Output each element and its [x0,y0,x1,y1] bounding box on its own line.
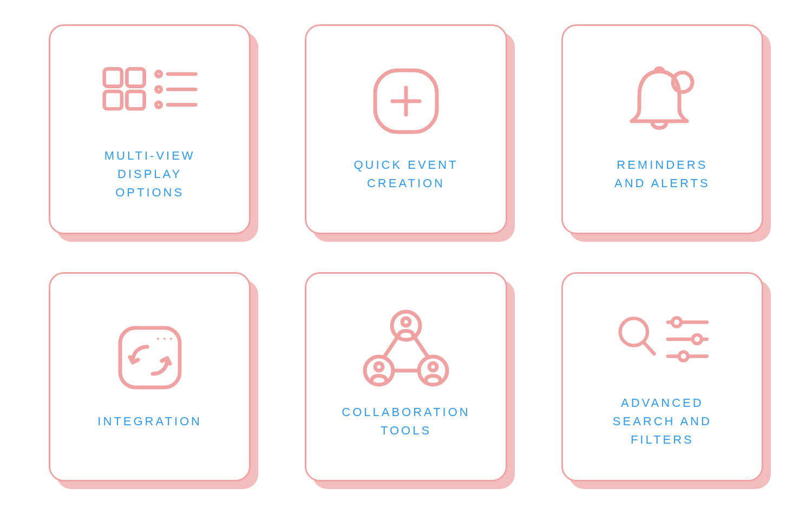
feature-card[interactable]: MULTI-VIEW DISPLAY OPTIONS [49,24,251,234]
grid-list-icon [101,51,199,133]
people-network-icon [357,308,455,389]
svg-rect-0 [104,69,121,86]
svg-rect-1 [127,69,144,86]
feature-card-label: REMINDERS AND ALERTS [614,156,710,193]
card-body: MULTI-VIEW DISPLAY OPTIONS [49,24,251,234]
search-sliders-icon [613,299,711,380]
feature-card[interactable]: COLLABORATION TOOLS [305,272,507,482]
card-body: REMINDERS AND ALERTS [561,24,763,234]
svg-point-16 [163,338,166,340]
svg-point-26 [429,363,437,371]
feature-card-label: INTEGRATION [97,412,202,431]
svg-point-22 [402,318,410,326]
feature-card[interactable]: INTEGRATION [49,272,251,482]
card-body: INTEGRATION [49,272,251,482]
svg-point-34 [679,352,688,361]
sync-box-icon [101,317,199,398]
svg-point-5 [156,87,161,91]
feature-card[interactable]: REMINDERS AND ALERTS [561,24,763,234]
svg-point-17 [170,338,172,340]
feature-card[interactable]: QUICK EVENT CREATION [305,24,507,234]
svg-line-19 [414,337,428,357]
svg-point-6 [156,102,161,107]
feature-card-label: COLLABORATION TOOLS [342,403,470,440]
feature-card-label: QUICK EVENT CREATION [353,156,458,193]
svg-rect-2 [104,91,121,109]
card-body: COLLABORATION TOOLS [305,272,507,482]
plus-squircle-icon [357,61,455,142]
svg-point-15 [157,338,159,340]
svg-line-18 [384,337,398,357]
svg-line-28 [644,342,654,354]
feature-card-label: ADVANCED SEARCH AND FILTERS [613,394,712,449]
bell-badge-icon [613,61,711,142]
feature-card-grid: MULTI-VIEW DISPLAY OPTIONS QUICK EVENT C… [0,0,812,514]
svg-point-32 [693,335,702,344]
svg-rect-3 [127,91,144,109]
svg-point-30 [672,318,681,327]
feature-card-label: MULTI-VIEW DISPLAY OPTIONS [104,147,195,202]
svg-point-24 [375,363,383,371]
card-body: QUICK EVENT CREATION [305,24,507,234]
feature-card[interactable]: ADVANCED SEARCH AND FILTERS [561,272,763,482]
svg-point-4 [156,71,161,76]
card-body: ADVANCED SEARCH AND FILTERS [561,272,763,482]
